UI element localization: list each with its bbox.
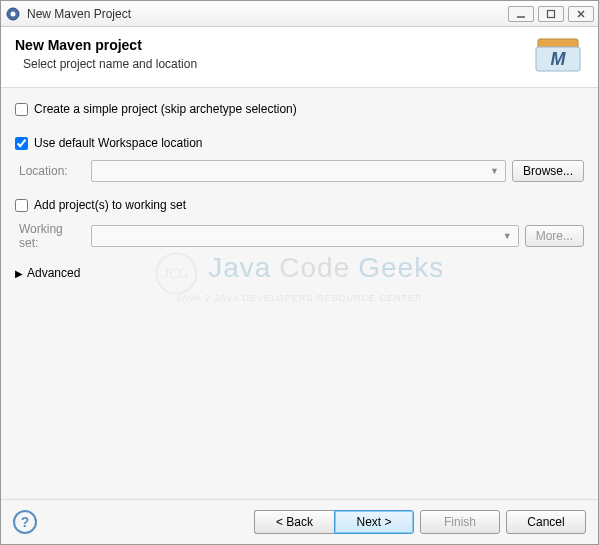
- svg-rect-3: [548, 10, 555, 17]
- default-workspace-checkbox[interactable]: Use default Workspace location: [15, 136, 203, 150]
- wizard-banner: New Maven project Select project name an…: [1, 27, 598, 88]
- simple-project-checkbox[interactable]: Create a simple project (skip archetype …: [15, 102, 297, 116]
- cancel-button[interactable]: Cancel: [506, 510, 586, 534]
- simple-project-input[interactable]: [15, 103, 28, 116]
- titlebar: New Maven Project: [1, 1, 598, 27]
- working-set-combo[interactable]: ▼: [91, 225, 519, 247]
- more-button[interactable]: More...: [525, 225, 584, 247]
- working-set-input[interactable]: [15, 199, 28, 212]
- working-set-checkbox-label: Add project(s) to working set: [34, 198, 186, 212]
- app-icon: [5, 6, 21, 22]
- window-controls: [508, 6, 594, 22]
- advanced-label: Advanced: [27, 266, 80, 280]
- svg-point-1: [11, 11, 16, 16]
- close-button[interactable]: [568, 6, 594, 22]
- triangle-right-icon: ▶: [15, 268, 23, 279]
- wizard-content: Create a simple project (skip archetype …: [1, 88, 598, 499]
- window-title: New Maven Project: [27, 7, 508, 21]
- advanced-expander[interactable]: ▶ Advanced: [15, 266, 584, 280]
- maximize-button[interactable]: [538, 6, 564, 22]
- browse-button[interactable]: Browse...: [512, 160, 584, 182]
- wizard-footer: ? < Back Next > Finish Cancel: [1, 499, 598, 544]
- working-set-label: Working set:: [19, 222, 85, 250]
- location-combo[interactable]: ▼: [91, 160, 506, 182]
- svg-text:M: M: [551, 49, 567, 69]
- banner-subtitle: Select project name and location: [23, 57, 532, 71]
- location-label: Location:: [19, 164, 85, 178]
- default-workspace-label: Use default Workspace location: [34, 136, 203, 150]
- next-button[interactable]: Next >: [334, 510, 414, 534]
- banner-heading: New Maven project: [15, 37, 532, 53]
- chevron-down-icon: ▼: [499, 231, 516, 241]
- finish-button[interactable]: Finish: [420, 510, 500, 534]
- minimize-button[interactable]: [508, 6, 534, 22]
- back-button[interactable]: < Back: [254, 510, 334, 534]
- maven-wizard-icon: M: [532, 37, 584, 75]
- dialog-window: New Maven Project New Maven project Sele…: [0, 0, 599, 545]
- default-workspace-input[interactable]: [15, 137, 28, 150]
- simple-project-label: Create a simple project (skip archetype …: [34, 102, 297, 116]
- chevron-down-icon: ▼: [486, 166, 503, 176]
- help-icon[interactable]: ?: [13, 510, 37, 534]
- watermark-tagline: Java 2 Java Developers Resource Center: [155, 292, 444, 302]
- working-set-checkbox[interactable]: Add project(s) to working set: [15, 198, 186, 212]
